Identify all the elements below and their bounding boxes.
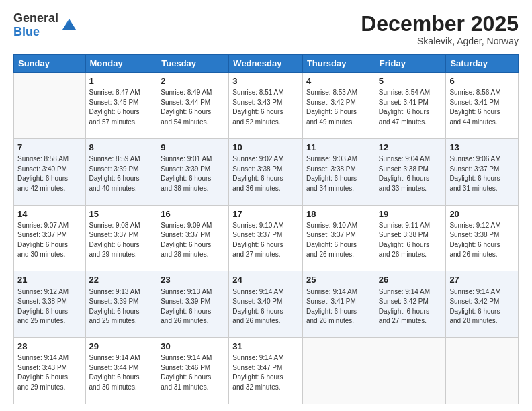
calendar-cell: 6Sunrise: 8:56 AM Sunset: 3:41 PM Daylig… (446, 73, 519, 139)
month-title: December 2025 (361, 12, 519, 36)
day-number: 23 (161, 274, 225, 286)
day-info: Sunrise: 8:56 AM Sunset: 3:41 PM Dayligh… (449, 88, 515, 127)
day-number: 14 (17, 208, 82, 220)
day-number: 8 (89, 142, 154, 154)
day-info: Sunrise: 9:10 AM Sunset: 3:37 PM Dayligh… (306, 221, 371, 260)
calendar-cell: 14Sunrise: 9:07 AM Sunset: 3:37 PM Dayli… (14, 205, 86, 271)
day-info: Sunrise: 8:47 AM Sunset: 3:45 PM Dayligh… (89, 88, 154, 127)
calendar-table: SundayMondayTuesdayWednesdayThursdayFrid… (13, 54, 519, 404)
calendar-cell: 29Sunrise: 9:14 AM Sunset: 3:44 PM Dayli… (85, 338, 157, 404)
calendar-cell: 2Sunrise: 8:49 AM Sunset: 3:44 PM Daylig… (157, 73, 229, 139)
calendar-cell: 10Sunrise: 9:02 AM Sunset: 3:38 PM Dayli… (229, 138, 303, 205)
calendar-cell: 12Sunrise: 9:04 AM Sunset: 3:38 PM Dayli… (375, 138, 446, 205)
calendar-week-row: 21Sunrise: 9:12 AM Sunset: 3:38 PM Dayli… (14, 271, 519, 338)
day-info: Sunrise: 9:14 AM Sunset: 3:44 PM Dayligh… (89, 353, 154, 392)
weekday-header-thursday: Thursday (302, 55, 375, 73)
calendar-cell: 5Sunrise: 8:54 AM Sunset: 3:41 PM Daylig… (375, 73, 446, 139)
day-number: 7 (17, 142, 82, 154)
day-info: Sunrise: 9:04 AM Sunset: 3:38 PM Dayligh… (379, 154, 443, 193)
calendar-cell: 16Sunrise: 9:09 AM Sunset: 3:37 PM Dayli… (157, 205, 229, 271)
day-info: Sunrise: 9:14 AM Sunset: 3:40 PM Dayligh… (232, 287, 299, 326)
location-subtitle: Skalevik, Agder, Norway (361, 36, 519, 46)
day-number: 17 (232, 208, 299, 220)
calendar-cell: 18Sunrise: 9:10 AM Sunset: 3:37 PM Dayli… (302, 205, 375, 271)
day-number: 9 (161, 142, 225, 154)
day-info: Sunrise: 9:13 AM Sunset: 3:39 PM Dayligh… (161, 287, 225, 326)
calendar-week-row: 1Sunrise: 8:47 AM Sunset: 3:45 PM Daylig… (14, 73, 519, 139)
day-number: 11 (306, 142, 371, 154)
day-info: Sunrise: 9:12 AM Sunset: 3:38 PM Dayligh… (17, 287, 82, 326)
day-info: Sunrise: 9:13 AM Sunset: 3:39 PM Dayligh… (89, 287, 154, 326)
day-info: Sunrise: 9:01 AM Sunset: 3:39 PM Dayligh… (161, 154, 225, 193)
day-number: 10 (232, 142, 299, 154)
calendar-cell: 4Sunrise: 8:53 AM Sunset: 3:42 PM Daylig… (302, 73, 375, 139)
calendar-cell: 13Sunrise: 9:06 AM Sunset: 3:37 PM Dayli… (446, 138, 519, 205)
day-info: Sunrise: 8:59 AM Sunset: 3:39 PM Dayligh… (89, 154, 154, 193)
day-number: 1 (89, 75, 154, 87)
logo-blue: Blue (13, 26, 58, 39)
calendar-cell: 24Sunrise: 9:14 AM Sunset: 3:40 PM Dayli… (229, 271, 303, 338)
header: General Blue December 2025 Skalevik, Agd… (13, 12, 519, 46)
day-info: Sunrise: 9:11 AM Sunset: 3:38 PM Dayligh… (379, 221, 443, 260)
day-number: 4 (306, 75, 371, 87)
calendar-cell: 23Sunrise: 9:13 AM Sunset: 3:39 PM Dayli… (157, 271, 229, 338)
day-info: Sunrise: 9:09 AM Sunset: 3:37 PM Dayligh… (161, 221, 225, 260)
calendar-week-row: 14Sunrise: 9:07 AM Sunset: 3:37 PM Dayli… (14, 205, 519, 271)
day-number: 21 (17, 274, 82, 286)
day-number: 28 (17, 340, 82, 353)
day-number: 31 (232, 340, 299, 353)
calendar-cell (446, 338, 519, 404)
day-info: Sunrise: 8:58 AM Sunset: 3:40 PM Dayligh… (17, 154, 82, 193)
day-number: 24 (232, 274, 299, 286)
day-number: 26 (379, 274, 443, 286)
calendar-cell (302, 338, 375, 404)
calendar-cell: 3Sunrise: 8:51 AM Sunset: 3:43 PM Daylig… (229, 73, 303, 139)
calendar-cell: 7Sunrise: 8:58 AM Sunset: 3:40 PM Daylig… (14, 138, 86, 205)
weekday-header-wednesday: Wednesday (229, 55, 303, 73)
calendar-cell: 30Sunrise: 9:14 AM Sunset: 3:46 PM Dayli… (157, 338, 229, 404)
calendar-cell (14, 73, 86, 139)
calendar-cell: 26Sunrise: 9:14 AM Sunset: 3:42 PM Dayli… (375, 271, 446, 338)
day-info: Sunrise: 9:03 AM Sunset: 3:38 PM Dayligh… (306, 154, 371, 193)
day-info: Sunrise: 9:14 AM Sunset: 3:42 PM Dayligh… (449, 287, 515, 326)
calendar-cell: 25Sunrise: 9:14 AM Sunset: 3:41 PM Dayli… (302, 271, 375, 338)
day-info: Sunrise: 8:54 AM Sunset: 3:41 PM Dayligh… (379, 88, 443, 127)
calendar-cell: 19Sunrise: 9:11 AM Sunset: 3:38 PM Dayli… (375, 205, 446, 271)
calendar-cell: 9Sunrise: 9:01 AM Sunset: 3:39 PM Daylig… (157, 138, 229, 205)
day-number: 30 (161, 340, 225, 353)
logo: General Blue (13, 12, 79, 39)
day-info: Sunrise: 8:53 AM Sunset: 3:42 PM Dayligh… (306, 88, 371, 127)
title-block: December 2025 Skalevik, Agder, Norway (361, 12, 519, 46)
day-number: 13 (449, 142, 515, 154)
day-number: 6 (449, 75, 515, 87)
day-info: Sunrise: 9:06 AM Sunset: 3:37 PM Dayligh… (449, 154, 515, 193)
day-number: 27 (449, 274, 515, 286)
calendar-cell: 21Sunrise: 9:12 AM Sunset: 3:38 PM Dayli… (14, 271, 86, 338)
svg-marker-1 (62, 21, 76, 30)
page: General Blue December 2025 Skalevik, Agd… (0, 0, 532, 411)
day-number: 2 (161, 75, 225, 87)
day-number: 25 (306, 274, 371, 286)
day-number: 15 (89, 208, 154, 220)
weekday-header-saturday: Saturday (446, 55, 519, 73)
logo-text: General Blue (13, 12, 58, 39)
calendar-cell: 28Sunrise: 9:14 AM Sunset: 3:43 PM Dayli… (14, 338, 86, 404)
calendar-cell: 15Sunrise: 9:08 AM Sunset: 3:37 PM Dayli… (85, 205, 157, 271)
day-info: Sunrise: 9:02 AM Sunset: 3:38 PM Dayligh… (232, 154, 299, 193)
day-info: Sunrise: 9:14 AM Sunset: 3:43 PM Dayligh… (17, 353, 82, 392)
calendar-cell: 8Sunrise: 8:59 AM Sunset: 3:39 PM Daylig… (85, 138, 157, 205)
day-number: 18 (306, 208, 371, 220)
calendar-week-row: 7Sunrise: 8:58 AM Sunset: 3:40 PM Daylig… (14, 138, 519, 205)
day-number: 12 (379, 142, 443, 154)
weekday-header-monday: Monday (85, 55, 157, 73)
weekday-header-tuesday: Tuesday (157, 55, 229, 73)
weekday-header-sunday: Sunday (14, 55, 86, 73)
calendar-week-row: 28Sunrise: 9:14 AM Sunset: 3:43 PM Dayli… (14, 338, 519, 404)
weekday-header-row: SundayMondayTuesdayWednesdayThursdayFrid… (14, 55, 519, 73)
day-number: 22 (89, 274, 154, 286)
day-number: 3 (232, 75, 299, 87)
logo-icon (60, 15, 79, 34)
calendar-cell: 27Sunrise: 9:14 AM Sunset: 3:42 PM Dayli… (446, 271, 519, 338)
day-info: Sunrise: 9:08 AM Sunset: 3:37 PM Dayligh… (89, 221, 154, 260)
day-info: Sunrise: 9:10 AM Sunset: 3:37 PM Dayligh… (232, 221, 299, 260)
